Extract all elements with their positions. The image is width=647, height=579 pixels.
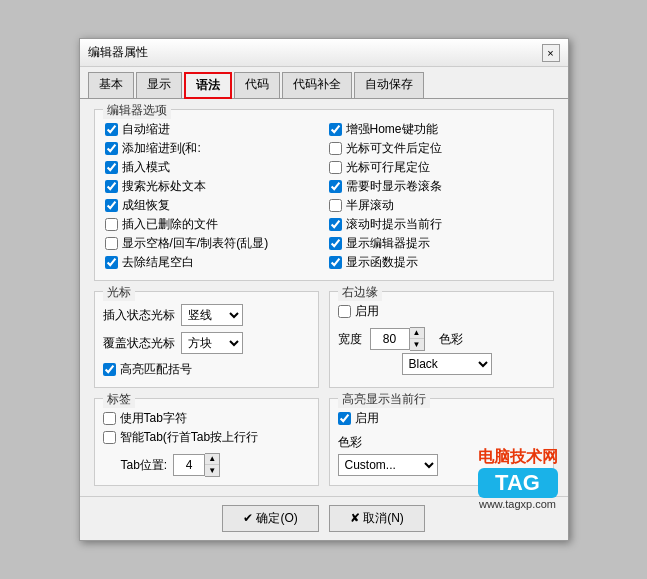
highlight-bracket-row: 高亮匹配括号	[103, 360, 310, 379]
tag-section-title: 标签	[103, 391, 135, 408]
tab-pos-value-input[interactable]	[173, 454, 205, 476]
tab-autosave[interactable]: 自动保存	[354, 72, 424, 99]
opt-add-indent: 添加缩进到(和:	[105, 139, 319, 158]
opt-half-scroll: 半屏滚动	[329, 196, 543, 215]
editor-options-section: 编辑器选项 自动缩进 添加缩进到(和: 插入模式	[94, 109, 554, 281]
highlight-color-select[interactable]: Custom... Black White Yellow	[338, 454, 438, 476]
highlight-enable-label: 启用	[355, 410, 379, 427]
editor-options-grid: 自动缩进 添加缩进到(和: 插入模式 搜索光标处文本	[105, 120, 543, 272]
width-down-btn[interactable]: ▼	[410, 339, 424, 350]
tab-pos-label: Tab位置:	[121, 457, 168, 474]
opt-add-indent-cb[interactable]	[105, 142, 118, 155]
editor-options-title: 编辑器选项	[103, 102, 171, 119]
opt-show-editor-hint-cb[interactable]	[329, 237, 342, 250]
width-spinners: ▲ ▼	[410, 327, 425, 351]
tab-pos-number-input: ▲ ▼	[173, 453, 220, 477]
cover-cursor-row: 覆盖状态光标 方块 竖线 下划线	[103, 332, 310, 354]
opt-cursor-line-end-cb[interactable]	[329, 161, 342, 174]
tab-basic[interactable]: 基本	[88, 72, 134, 99]
tab-pos-up-btn[interactable]: ▲	[205, 454, 219, 465]
close-button[interactable]: ×	[542, 44, 560, 62]
opt-auto-indent: 自动缩进	[105, 120, 319, 139]
confirm-button[interactable]: ✔ 确定(O)	[222, 505, 319, 532]
tab-autocomplete[interactable]: 代码补全	[282, 72, 352, 99]
dialog-footer: ✔ 确定(O) ✘ 取消(N)	[80, 496, 568, 540]
cover-cursor-select[interactable]: 方块 竖线 下划线	[181, 332, 243, 354]
opt-trim-trailing-cb[interactable]	[105, 256, 118, 269]
smart-tab-row: 智能Tab(行首Tab按上行行	[103, 428, 310, 447]
tab-pos-row: Tab位置: ▲ ▼	[103, 453, 310, 477]
highlight-color-area: 色彩 Custom... Black White Yellow	[338, 434, 545, 476]
tab-pos-down-btn[interactable]: ▼	[205, 465, 219, 476]
highlight-section-title: 高亮显示当前行	[338, 391, 430, 408]
smart-tab-label: 智能Tab(行首Tab按上行行	[120, 429, 259, 446]
opt-cursor-after-file-cb[interactable]	[329, 142, 342, 155]
opt-enhance-home: 增强Home键功能	[329, 120, 543, 139]
highlight-enable-cb[interactable]	[338, 412, 351, 425]
use-tab-label: 使用Tab字符	[120, 410, 187, 427]
opt-insert-deleted: 插入已删除的文件	[105, 215, 319, 234]
dialog-content: 编辑器选项 自动缩进 添加缩进到(和: 插入模式	[80, 99, 568, 496]
opt-auto-indent-cb[interactable]	[105, 123, 118, 136]
highlight-bracket-cb[interactable]	[103, 363, 116, 376]
width-number-input: ▲ ▼	[370, 327, 425, 351]
highlight-enable-row: 启用	[338, 409, 545, 428]
opt-scroll-hint-cb[interactable]	[329, 218, 342, 231]
width-label: 宽度	[338, 331, 362, 348]
opt-insert-deleted-cb[interactable]	[105, 218, 118, 231]
opt-cursor-line-end: 光标可行尾定位	[329, 158, 543, 177]
color-label: 色彩	[439, 331, 463, 348]
width-value-input[interactable]	[370, 328, 410, 350]
tab-syntax[interactable]: 语法	[184, 72, 232, 99]
insert-cursor-label: 插入状态光标	[103, 307, 175, 324]
cancel-button[interactable]: ✘ 取消(N)	[329, 505, 425, 532]
tab-pos-spinners: ▲ ▼	[205, 453, 220, 477]
opt-show-scrollbar: 需要时显示卷滚条	[329, 177, 543, 196]
dialog-title: 编辑器属性	[88, 44, 148, 61]
highlight-color-label: 色彩	[338, 434, 545, 451]
opt-search-cursor: 搜索光标处文本	[105, 177, 319, 196]
cursor-section: 光标 插入状态光标 竖线 方块 下划线 覆盖状态光标 方块 竖线 下划线	[94, 291, 319, 388]
opt-show-func-hint: 显示函数提示	[329, 253, 543, 272]
opt-half-scroll-cb[interactable]	[329, 199, 342, 212]
tag-highlight-row: 标签 使用Tab字符 智能Tab(行首Tab按上行行 Tab位置: ▲ ▼	[94, 398, 554, 486]
cursor-margin-row: 光标 插入状态光标 竖线 方块 下划线 覆盖状态光标 方块 竖线 下划线	[94, 291, 554, 388]
use-tab-cb[interactable]	[103, 412, 116, 425]
insert-cursor-row: 插入状态光标 竖线 方块 下划线	[103, 304, 310, 326]
opt-insert-mode-cb[interactable]	[105, 161, 118, 174]
opt-trim-trailing: 去除结尾空白	[105, 253, 319, 272]
options-col2: 增强Home键功能 光标可文件后定位 光标可行尾定位 需要时显示卷滚条	[329, 120, 543, 272]
opt-scroll-hint: 滚动时提示当前行	[329, 215, 543, 234]
right-margin-title: 右边缘	[338, 284, 382, 301]
highlight-bracket-label: 高亮匹配括号	[120, 361, 192, 378]
insert-cursor-select[interactable]: 竖线 方块 下划线	[181, 304, 243, 326]
opt-search-cursor-cb[interactable]	[105, 180, 118, 193]
width-up-btn[interactable]: ▲	[410, 328, 424, 339]
right-margin-width-row: 宽度 ▲ ▼ 色彩	[338, 327, 545, 351]
opt-show-scrollbar-cb[interactable]	[329, 180, 342, 193]
tag-section: 标签 使用Tab字符 智能Tab(行首Tab按上行行 Tab位置: ▲ ▼	[94, 398, 319, 486]
right-margin-enable-label: 启用	[355, 303, 379, 320]
tab-bar: 基本 显示 语法 代码 代码补全 自动保存	[80, 67, 568, 99]
cover-cursor-label: 覆盖状态光标	[103, 335, 175, 352]
opt-insert-mode: 插入模式	[105, 158, 319, 177]
opt-show-ws-cb[interactable]	[105, 237, 118, 250]
right-margin-enable-row: 启用	[338, 302, 545, 321]
tab-code[interactable]: 代码	[234, 72, 280, 99]
opt-show-editor-hint: 显示编辑器提示	[329, 234, 543, 253]
right-margin-color-select-wrap: Black White Red Blue	[402, 353, 492, 375]
tab-display[interactable]: 显示	[136, 72, 182, 99]
smart-tab-cb[interactable]	[103, 431, 116, 444]
right-margin-enable-cb[interactable]	[338, 305, 351, 318]
use-tab-row: 使用Tab字符	[103, 409, 310, 428]
right-margin-section: 右边缘 启用 宽度 ▲ ▼ 色彩	[329, 291, 554, 388]
title-bar: 编辑器属性 ×	[80, 39, 568, 67]
right-margin-color-select[interactable]: Black White Red Blue	[402, 353, 492, 375]
opt-group-undo: 成组恢复	[105, 196, 319, 215]
highlight-section: 高亮显示当前行 启用 色彩 Custom... Black White Yell…	[329, 398, 554, 486]
opt-enhance-home-cb[interactable]	[329, 123, 342, 136]
right-margin-color-row: Black White Red Blue	[338, 353, 545, 375]
opt-show-ws: 显示空格/回车/制表符(乱显)	[105, 234, 319, 253]
opt-show-func-hint-cb[interactable]	[329, 256, 342, 269]
opt-group-undo-cb[interactable]	[105, 199, 118, 212]
